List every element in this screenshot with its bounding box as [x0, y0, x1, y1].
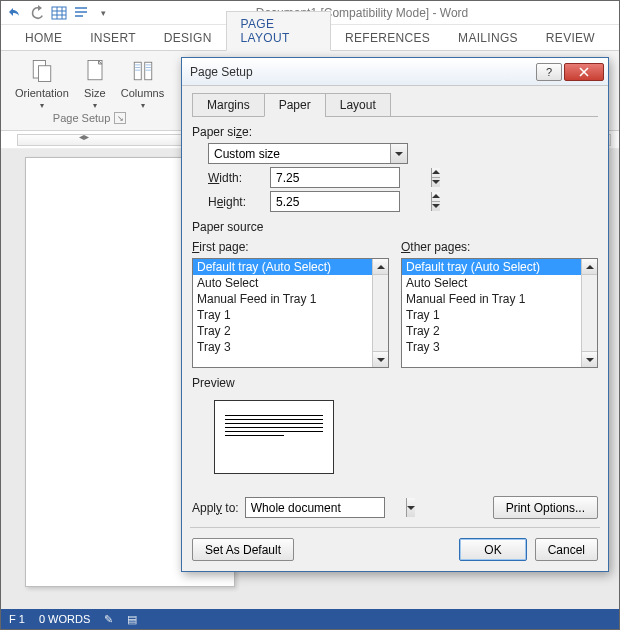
columns-label: Columns [121, 87, 164, 99]
scroll-down-icon[interactable] [582, 351, 597, 367]
size-label: Size [84, 87, 105, 99]
preview-label: Preview [192, 376, 598, 390]
height-spinner[interactable] [270, 191, 400, 212]
list-item[interactable]: Auto Select [193, 275, 372, 291]
separator [190, 527, 600, 528]
tab-page-layout[interactable]: PAGE LAYOUT [226, 11, 331, 51]
svg-rect-0 [52, 7, 66, 19]
first-page-listbox[interactable]: Default tray (Auto Select)Auto SelectMan… [193, 259, 372, 367]
dialog-titlebar[interactable]: Page Setup ? [182, 58, 608, 86]
tab-home[interactable]: HOME [11, 26, 76, 50]
paper-source-label: Paper source [192, 220, 598, 234]
help-button[interactable]: ? [536, 63, 562, 81]
print-options-button[interactable]: Print Options... [493, 496, 598, 519]
size-button[interactable]: Size ▾ [81, 57, 109, 110]
ribbon-tabstrip: HOME INSERT DESIGN PAGE LAYOUT REFERENCE… [1, 25, 619, 51]
list-item[interactable]: Tray 2 [402, 323, 581, 339]
paper-size-value[interactable] [209, 144, 390, 163]
dialog-tabstrip: Margins Paper Layout [192, 92, 598, 117]
scroll-up-icon[interactable] [373, 259, 388, 275]
window-title: Document1 [Compatibility Mode] - Word [111, 6, 613, 20]
apply-to-value[interactable] [246, 498, 406, 517]
page-setup-dialog: Page Setup ? Margins Paper Layout Paper … [181, 57, 609, 572]
other-pages-label: Other pages: [401, 240, 598, 254]
page-icon[interactable]: ▤ [127, 613, 137, 626]
chevron-down-icon[interactable] [406, 498, 415, 517]
table-icon[interactable] [51, 5, 67, 21]
list-item[interactable]: Tray 2 [193, 323, 372, 339]
first-page-label: First page: [192, 240, 389, 254]
list-item[interactable]: Manual Feed in Tray 1 [402, 291, 581, 307]
redo-icon[interactable] [29, 5, 45, 21]
orientation-label: Orientation [15, 87, 69, 99]
scroll-down-icon[interactable] [373, 351, 388, 367]
undo-icon[interactable] [7, 5, 23, 21]
tab-references[interactable]: REFERENCES [331, 26, 444, 50]
list-item[interactable]: Tray 1 [402, 307, 581, 323]
list-item[interactable]: Auto Select [402, 275, 581, 291]
spin-up-icon[interactable] [432, 168, 440, 178]
tab-mailings[interactable]: MAILINGS [444, 26, 532, 50]
tab-review[interactable]: REVIEW [532, 26, 609, 50]
svg-rect-2 [38, 66, 50, 82]
cancel-button[interactable]: Cancel [535, 538, 598, 561]
width-label: Width: [208, 171, 262, 185]
status-bar: F 1 0 WORDS ✎ ▤ [1, 609, 619, 629]
orientation-button[interactable]: Orientation ▾ [15, 57, 69, 110]
qat-dropdown-icon[interactable]: ▾ [95, 5, 111, 21]
set-as-default-button[interactable]: Set As Default [192, 538, 294, 561]
spin-down-icon[interactable] [432, 178, 440, 188]
paper-size-combo[interactable] [208, 143, 408, 164]
scrollbar[interactable] [581, 259, 597, 367]
ribbon-group-page-setup: Orientation ▾ Size ▾ Columns ▾ Page Setu… [9, 55, 170, 126]
height-label: Height: [208, 195, 262, 209]
height-input[interactable] [271, 192, 431, 211]
close-button[interactable] [564, 63, 604, 81]
proofing-icon[interactable]: ✎ [104, 613, 113, 626]
scrollbar[interactable] [372, 259, 388, 367]
width-input[interactable] [271, 168, 431, 187]
dtab-paper[interactable]: Paper [264, 93, 326, 117]
preview-box [214, 400, 334, 474]
list-item[interactable]: Tray 1 [193, 307, 372, 323]
dialog-launcher-icon[interactable]: ↘ [114, 112, 126, 124]
list-item[interactable]: Tray 3 [193, 339, 372, 355]
paragraph-icon[interactable] [73, 5, 89, 21]
other-pages-listbox[interactable]: Default tray (Auto Select)Auto SelectMan… [402, 259, 581, 367]
list-item[interactable]: Manual Feed in Tray 1 [193, 291, 372, 307]
dtab-layout[interactable]: Layout [325, 93, 391, 117]
spin-up-icon[interactable] [432, 192, 440, 202]
width-spinner[interactable] [270, 167, 400, 188]
paper-size-label: Paper size: [192, 125, 598, 139]
apply-to-combo[interactable] [245, 497, 385, 518]
tab-insert[interactable]: INSERT [76, 26, 150, 50]
spin-down-icon[interactable] [432, 202, 440, 212]
ribbon-group-label: Page Setup [53, 112, 111, 124]
list-item[interactable]: Default tray (Auto Select) [402, 259, 581, 275]
dtab-margins[interactable]: Margins [192, 93, 265, 117]
scroll-up-icon[interactable] [582, 259, 597, 275]
apply-to-label: Apply to: [192, 501, 239, 515]
status-words[interactable]: 0 WORDS [39, 613, 90, 625]
columns-button[interactable]: Columns ▾ [121, 57, 164, 110]
dialog-title: Page Setup [190, 65, 536, 79]
chevron-down-icon[interactable] [390, 144, 407, 163]
tab-design[interactable]: DESIGN [150, 26, 226, 50]
status-page[interactable]: F 1 [9, 613, 25, 625]
ok-button[interactable]: OK [459, 538, 526, 561]
list-item[interactable]: Default tray (Auto Select) [193, 259, 372, 275]
list-item[interactable]: Tray 3 [402, 339, 581, 355]
